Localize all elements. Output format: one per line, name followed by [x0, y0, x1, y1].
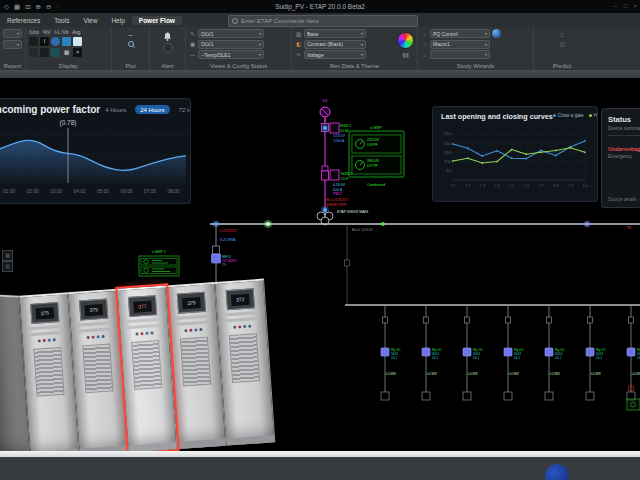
- color-wheel-icon[interactable]: [397, 32, 414, 49]
- cabinet-label-strip: [77, 321, 113, 327]
- curves-x-tick: 2.4: [494, 183, 500, 188]
- curves-x-tick: 2.8: [553, 183, 559, 188]
- curves-x-tick: 2.7: [538, 183, 544, 188]
- range-4h-button[interactable]: 4 Hours: [100, 105, 131, 114]
- pf-chart: (0.78) 01:0002:0003:0004:0005:0006:0007:…: [0, 119, 190, 203]
- pf-x-tick: 01:00: [3, 189, 15, 194]
- oneline-view-select[interactable]: OLV1▾: [198, 29, 264, 38]
- cabinet-vent: [229, 333, 260, 383]
- cabinet-vent: [131, 340, 162, 390]
- info-annotation-icon[interactable]: I: [40, 37, 49, 46]
- close-button[interactable]: ×: [633, 0, 637, 13]
- curves-x-tick: 2.9: [568, 183, 574, 188]
- report-format-select[interactable]: ▾: [3, 40, 22, 49]
- legend-hand-gate[interactable]: Hand gate: [589, 113, 598, 118]
- command-search-placeholder: Enter ETAP Commands Here: [241, 18, 319, 24]
- plot-curve-icon[interactable]: ~: [128, 32, 132, 39]
- hide-icon[interactable]: ×: [73, 48, 82, 57]
- unit-toggle[interactable]: /Unit: [29, 30, 39, 35]
- ribbon-group-rev-data-theme: ▧ Base▾ ◧ Contrast (Black)▾ ✎ Voltage▾ ▮…: [292, 27, 418, 70]
- pf-x-tick: 08:00: [167, 189, 179, 194]
- canvas-tool-icon[interactable]: ▥: [2, 261, 13, 272]
- range-24h-button[interactable]: 24 Hours: [135, 105, 169, 114]
- gate-curves-panel: Last opening and closing curves Close a …: [432, 106, 598, 202]
- il-vb-toggle[interactable]: I-L /Vb: [54, 30, 68, 35]
- status-heading: Status: [608, 115, 640, 124]
- cabinet-buttons: [169, 327, 217, 333]
- highlight-display-icon[interactable]: [73, 37, 82, 46]
- color-mode-select[interactable]: Voltage▾: [304, 50, 366, 59]
- cabinet-label-strip: [224, 317, 260, 323]
- menu-power-flow[interactable]: Power Flow: [132, 16, 182, 25]
- legend-close-a-gate[interactable]: Close a gate: [553, 113, 584, 118]
- pf-panel-title: Incoming power factor: [0, 104, 100, 115]
- curves-y-tick: 150: [444, 150, 452, 155]
- cabinet-label-strip: [28, 325, 64, 331]
- canvas-tool-icon[interactable]: ▦: [2, 250, 13, 261]
- palette-icon: ◧: [295, 41, 302, 47]
- cabinet-buttons: [72, 334, 120, 340]
- wizard-icon: ∴: [421, 52, 428, 58]
- screen-theme-icon[interactable]: [51, 48, 60, 57]
- wizard-select[interactable]: ▾: [430, 50, 490, 59]
- globe-icon[interactable]: [51, 37, 60, 46]
- cabinet-label-strip: [223, 311, 259, 317]
- minimize-button[interactable]: ─: [614, 0, 618, 13]
- power-factor-panel: Incoming power factor 4 Hours 24 Hours 7…: [0, 98, 191, 204]
- ribbon-group-predict: ≡ ▥ Predict: [534, 27, 590, 70]
- menu-references[interactable]: References: [0, 16, 47, 25]
- ribbon: ▾ ▾ Report /Unit %V I-L /Vb Avg I ▦ × Di…: [0, 27, 640, 70]
- menu-tools[interactable]: Tools: [47, 16, 76, 25]
- menu-help[interactable]: Help: [104, 16, 131, 25]
- cabinet-buttons: [120, 330, 168, 336]
- run-study-icon[interactable]: [492, 29, 501, 38]
- cabinet-label-strip: [174, 314, 210, 320]
- frame-icon[interactable]: [40, 48, 49, 57]
- predict-run-icon[interactable]: ▥: [559, 40, 565, 47]
- grid-display-icon[interactable]: ▦: [62, 48, 71, 57]
- display-option-icon[interactable]: [29, 37, 38, 46]
- status-subline: Device summary: [608, 126, 640, 131]
- cursor-tooltip: (0.78): [60, 119, 77, 127]
- legend-dot-icon: [553, 114, 556, 117]
- presentation-select[interactable]: OLV1▾: [198, 40, 264, 49]
- alert-bell-icon[interactable]: [163, 32, 172, 41]
- pf-x-tick: 05:00: [97, 189, 109, 194]
- status-panel: Status Device summary Undervoltage Emerg…: [601, 108, 640, 208]
- curves-x-tick: 2.3: [480, 183, 486, 188]
- pf-x-tick: 03:00: [50, 189, 62, 194]
- avg-toggle[interactable]: Avg: [72, 30, 80, 35]
- macro-icon: ∴: [421, 41, 428, 47]
- alert-subline: Emergency: [608, 154, 640, 159]
- cabinet-display: 375: [79, 299, 108, 321]
- study-case-select[interactable]: PQ Control▾: [430, 29, 490, 38]
- pf-x-tick: 02:00: [26, 189, 38, 194]
- range-72h-button[interactable]: 72 Hours: [174, 105, 191, 114]
- result-display-icon[interactable]: [62, 37, 71, 46]
- theme-select[interactable]: Contrast (Black)▾: [304, 40, 366, 49]
- alert-status-icon[interactable]: [163, 43, 173, 53]
- plot-zoom-icon[interactable]: [128, 41, 134, 47]
- window-title: Sudip_PV - ETAP 20.0.0 Beta2: [0, 3, 640, 10]
- predict-model-icon[interactable]: ≡: [560, 32, 564, 38]
- menu-view[interactable]: View: [76, 16, 104, 25]
- ribbon-group-plot: ~ Plot: [112, 27, 150, 70]
- config-status-select[interactable]: --Temp/DLE1▾: [198, 50, 264, 59]
- percent-v-toggle[interactable]: %V: [43, 30, 50, 35]
- curves-x-tick: 2.5: [509, 183, 515, 188]
- curves-panel-title: Last opening and closing curves: [441, 112, 553, 121]
- cabinet-vent: [82, 343, 113, 393]
- theme-bars-icon[interactable]: ▮▮: [402, 51, 409, 58]
- macro-select[interactable]: Macro1▾: [430, 40, 490, 49]
- cabinet-vent: [180, 337, 211, 387]
- revision-data-select[interactable]: Base▾: [304, 29, 366, 38]
- report-select[interactable]: ▾: [3, 29, 22, 38]
- ribbon-group-views-config: ✎ OLV1▾ ▣ OLV1▾ — --Temp/DLE1▾ Views & C…: [186, 27, 292, 70]
- cabinet-label-strip: [77, 327, 113, 333]
- config-icon: —: [189, 52, 196, 58]
- layer-icon[interactable]: [29, 48, 38, 57]
- maximize-button[interactable]: □: [624, 0, 628, 13]
- command-search-input[interactable]: Enter ETAP Commands Here: [228, 15, 418, 27]
- ribbon-bottom-edge: [0, 70, 640, 78]
- cabinet-label-strip: [175, 320, 211, 326]
